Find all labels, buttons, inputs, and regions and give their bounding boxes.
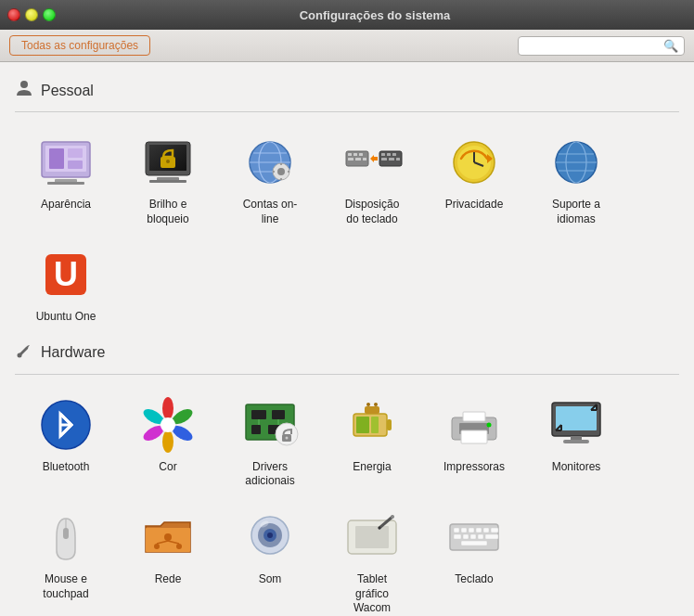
svg-rect-108 bbox=[454, 528, 459, 533]
svg-rect-113 bbox=[491, 528, 498, 533]
teclado-icon bbox=[444, 507, 504, 567]
svg-rect-66 bbox=[251, 425, 261, 434]
aparencia-item[interactable]: Aparência bbox=[15, 123, 117, 236]
hardware-grid: Bluetooth Cor bbox=[15, 386, 679, 611]
svg-rect-3 bbox=[49, 148, 64, 169]
monitores-label: Monitores bbox=[552, 460, 601, 475]
teclado-item[interactable]: Teclado bbox=[423, 498, 525, 611]
rede-item[interactable]: Rede bbox=[117, 498, 219, 611]
svg-rect-38 bbox=[389, 158, 394, 160]
mouse-icon bbox=[36, 507, 96, 567]
energia-label: Energia bbox=[353, 460, 391, 475]
privacidade-item[interactable]: Privacidade bbox=[423, 123, 525, 236]
svg-rect-75 bbox=[356, 417, 369, 433]
ubuntuone-item[interactable]: U Ubuntu One bbox=[15, 236, 117, 334]
rede-label: Rede bbox=[155, 572, 182, 587]
brilho-item[interactable]: Brilho e bloqueio bbox=[117, 123, 219, 236]
svg-point-21 bbox=[277, 168, 285, 175]
drivers-item[interactable]: Drivers adicionais bbox=[219, 386, 321, 498]
teclado-label: Teclado bbox=[455, 572, 493, 587]
search-box[interactable]: 🔍 bbox=[518, 36, 685, 56]
svg-rect-114 bbox=[454, 534, 461, 539]
svg-rect-112 bbox=[483, 528, 489, 533]
monitores-item[interactable]: Monitores bbox=[525, 386, 627, 498]
main-content: Pessoal Aparência bbox=[0, 62, 694, 611]
svg-rect-116 bbox=[470, 534, 476, 539]
svg-point-62 bbox=[161, 417, 175, 432]
svg-point-78 bbox=[366, 403, 370, 406]
disposicao-icon bbox=[342, 133, 402, 192]
minimize-button[interactable] bbox=[25, 8, 38, 21]
svg-rect-32 bbox=[363, 158, 366, 160]
svg-rect-31 bbox=[355, 158, 361, 160]
impressoras-icon bbox=[444, 395, 504, 455]
hardware-title: Hardware bbox=[41, 344, 105, 361]
svg-rect-37 bbox=[381, 158, 387, 160]
svg-point-106 bbox=[379, 526, 381, 529]
svg-rect-83 bbox=[463, 412, 485, 421]
title-bar: Configurações do sistema bbox=[0, 0, 694, 30]
svg-point-79 bbox=[374, 403, 378, 406]
brilho-icon bbox=[138, 133, 198, 192]
pessoal-title: Pessoal bbox=[41, 83, 94, 99]
svg-point-72 bbox=[286, 436, 289, 439]
contas-icon bbox=[240, 133, 300, 192]
svg-rect-117 bbox=[478, 534, 483, 539]
bluetooth-icon bbox=[36, 395, 96, 455]
energia-item[interactable]: Energia bbox=[321, 386, 423, 498]
search-icon: 🔍 bbox=[663, 39, 678, 53]
search-input[interactable] bbox=[524, 39, 663, 52]
svg-rect-65 bbox=[272, 410, 285, 419]
contas-label: Contas on- line bbox=[243, 198, 298, 226]
maximize-button[interactable] bbox=[43, 8, 56, 21]
monitores-icon bbox=[546, 395, 606, 455]
wrench-icon bbox=[15, 341, 33, 365]
contas-item[interactable]: Contas on- line bbox=[219, 123, 321, 236]
svg-rect-35 bbox=[387, 153, 391, 156]
som-item[interactable]: Som bbox=[219, 498, 321, 611]
svg-point-59 bbox=[162, 430, 174, 453]
window-title: Configurações do sistema bbox=[63, 8, 687, 22]
svg-rect-14 bbox=[149, 180, 186, 183]
privacidade-label: Privacidade bbox=[445, 198, 504, 212]
svg-rect-119 bbox=[461, 541, 487, 545]
tablet-icon bbox=[342, 507, 402, 567]
privacidade-icon bbox=[444, 133, 504, 192]
bluetooth-label: Bluetooth bbox=[43, 460, 90, 475]
all-settings-button[interactable]: Todas as configurações bbox=[9, 35, 150, 56]
pessoal-section-header: Pessoal bbox=[15, 79, 679, 102]
svg-text:U: U bbox=[54, 255, 78, 293]
svg-rect-111 bbox=[476, 528, 482, 533]
svg-point-94 bbox=[176, 544, 182, 549]
impressoras-item[interactable]: Impressoras bbox=[423, 386, 525, 498]
impressoras-label: Impressoras bbox=[443, 460, 505, 475]
disposicao-item[interactable]: Disposição do teclado bbox=[321, 123, 423, 236]
svg-rect-7 bbox=[47, 182, 84, 185]
svg-rect-118 bbox=[485, 534, 498, 539]
som-icon bbox=[240, 507, 300, 567]
svg-rect-34 bbox=[381, 153, 385, 156]
mouse-item[interactable]: Mouse e touchpad bbox=[15, 498, 117, 611]
svg-point-93 bbox=[154, 544, 160, 549]
bluetooth-item[interactable]: Bluetooth bbox=[15, 386, 117, 498]
svg-point-56 bbox=[162, 397, 174, 419]
svg-rect-28 bbox=[353, 153, 357, 156]
tablet-item[interactable]: Tablet gráfico Wacom bbox=[321, 498, 423, 611]
svg-point-92 bbox=[164, 533, 172, 541]
svg-rect-74 bbox=[387, 419, 392, 430]
close-button[interactable] bbox=[7, 8, 20, 21]
svg-rect-77 bbox=[365, 406, 379, 414]
hardware-divider bbox=[15, 374, 679, 375]
svg-rect-76 bbox=[371, 417, 379, 433]
svg-rect-30 bbox=[348, 158, 353, 160]
svg-rect-103 bbox=[355, 526, 389, 548]
rede-icon bbox=[138, 507, 198, 567]
svg-rect-110 bbox=[469, 528, 474, 533]
suporte-item[interactable]: Suporte a idiomas bbox=[525, 123, 627, 236]
ubuntuone-icon: U bbox=[36, 245, 96, 304]
cor-item[interactable]: Cor bbox=[117, 386, 219, 498]
som-label: Som bbox=[259, 572, 282, 587]
window-controls[interactable] bbox=[7, 8, 56, 21]
disposicao-label: Disposição do teclado bbox=[345, 198, 400, 226]
energia-icon bbox=[342, 395, 402, 455]
